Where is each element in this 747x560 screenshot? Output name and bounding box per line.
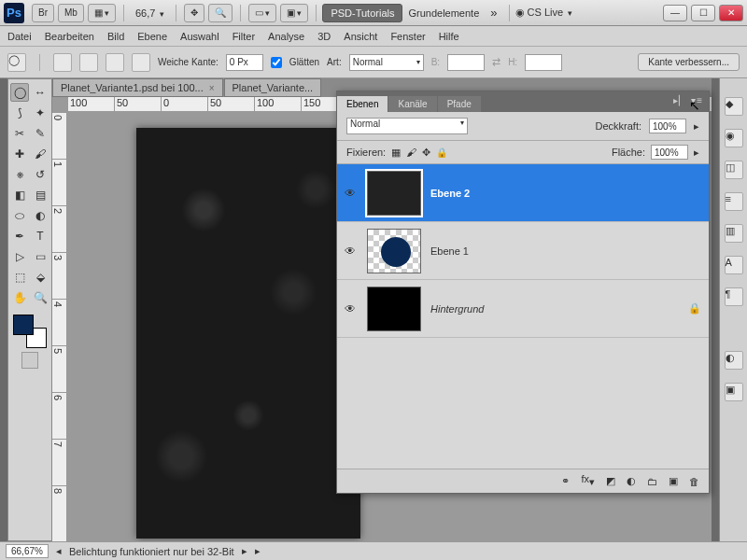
panel-menu-icon[interactable]: ▸▏ ▾≡ [673, 95, 703, 105]
eyedropper-tool[interactable]: ✎ [31, 124, 49, 143]
adjustment-layer-icon[interactable]: ◐ [627, 475, 636, 487]
eraser-tool[interactable]: ◧ [10, 186, 29, 204]
intersect-selection-icon[interactable] [132, 53, 150, 72]
minimize-button[interactable]: — [663, 5, 687, 21]
menu-hilfe[interactable]: Hilfe [439, 31, 459, 42]
foreground-color[interactable] [13, 315, 34, 335]
menu-bild[interactable]: Bild [107, 31, 124, 42]
workspace-psdtut[interactable]: PSD-Tutorials [322, 4, 402, 22]
new-layer-icon[interactable]: ▣ [669, 475, 678, 487]
3d-camera-tool[interactable]: ⬙ [31, 268, 49, 287]
view-extras-button[interactable]: ▦ ▾ [88, 4, 116, 22]
screen-mode-button[interactable]: ▣ ▾ [280, 4, 308, 22]
stamp-tool[interactable]: ⎈ [10, 165, 29, 184]
menu-ansicht[interactable]: Ansicht [344, 31, 377, 42]
path-tool[interactable]: ▷ [10, 247, 29, 266]
opacity-input[interactable] [649, 119, 686, 133]
layer-thumbnail[interactable] [367, 171, 421, 216]
tab-pfade[interactable]: Pfade [438, 96, 481, 112]
menu-ebene[interactable]: Ebene [137, 31, 167, 42]
subtract-selection-icon[interactable] [106, 53, 124, 72]
dodge-tool[interactable]: ◐ [31, 206, 49, 225]
menu-filter[interactable]: Filter [233, 31, 255, 42]
layer-group-icon[interactable]: 🗀 [647, 476, 657, 487]
lock-transparency-icon[interactable]: ▦ [391, 147, 401, 159]
link-layers-icon[interactable]: ⚭ [561, 475, 570, 487]
type-tool[interactable]: T [31, 227, 49, 245]
history-panel-icon[interactable]: ◐ [725, 351, 743, 370]
style-dropdown[interactable]: Normal [349, 54, 424, 71]
masks-panel-icon[interactable]: ▥ [725, 224, 743, 243]
lock-pixels-icon[interactable]: 🖌 [406, 147, 416, 158]
menu-bearbeiten[interactable]: Bearbeiten [45, 31, 94, 42]
adjustments-panel-icon[interactable]: ≡ [725, 192, 743, 211]
menu-fenster[interactable]: Fenster [390, 31, 425, 42]
visibility-icon[interactable]: 👁 [345, 302, 358, 315]
close-button[interactable]: ✕ [719, 5, 743, 21]
tab-kanaele[interactable]: Kanäle [388, 96, 436, 112]
gradient-tool[interactable]: ▤ [31, 186, 49, 204]
styles-panel-icon[interactable]: ◫ [725, 161, 743, 179]
wand-tool[interactable]: ✦ [31, 104, 49, 122]
move-tool[interactable]: ↔ [31, 83, 49, 102]
lock-position-icon[interactable]: ✥ [422, 147, 430, 159]
visibility-icon[interactable]: 👁 [345, 187, 358, 200]
zoom-value[interactable]: 66,7 ▾ [135, 7, 164, 19]
canvas[interactable] [136, 128, 360, 539]
refine-edge-button[interactable]: Kante verbessern... [638, 53, 740, 71]
tool-preset-icon[interactable]: ◯ [7, 53, 26, 72]
layers-panel[interactable]: Ebenen Kanäle Pfade ▸▏ ▾≡ Normal Deckkra… [336, 91, 710, 494]
hand-tool[interactable]: ✋ [10, 288, 29, 307]
paragraph-panel-icon[interactable]: ¶ [725, 287, 743, 306]
workspace-more-icon[interactable]: » [490, 6, 497, 20]
fill-flyout-icon[interactable]: ▸ [694, 147, 699, 159]
layer-row[interactable]: 👁 Ebene 2 [337, 164, 709, 222]
status-zoom[interactable]: 66,67% [6, 544, 49, 558]
3d-tool[interactable]: ⬚ [10, 268, 29, 287]
feather-input[interactable] [226, 54, 263, 71]
layer-name[interactable]: Ebene 2 [430, 188, 470, 199]
marquee-tool[interactable]: ◯ [10, 83, 29, 102]
menu-datei[interactable]: Datei [7, 31, 32, 42]
new-selection-icon[interactable] [53, 53, 72, 72]
opacity-flyout-icon[interactable]: ▸ [694, 120, 699, 133]
hand-tool-button[interactable]: ✥ [184, 4, 204, 22]
document-tab[interactable]: Planet_Variante... [224, 78, 322, 97]
quickmask-button[interactable] [21, 352, 38, 369]
document-tab[interactable]: Planet_Variante1.psd bei 100...× [52, 78, 223, 97]
layer-fx-icon[interactable]: fx▾ [581, 473, 595, 488]
bridge-button[interactable]: Br [32, 4, 54, 22]
menu-auswahl[interactable]: Auswahl [180, 31, 219, 42]
layer-row[interactable]: 👁 Hintergrund 🔒 [337, 280, 709, 338]
arrange-button[interactable]: ▭ ▾ [248, 4, 276, 22]
color-panel-icon[interactable]: ◆ [725, 97, 743, 116]
brush-tool[interactable]: 🖌 [31, 145, 49, 163]
tab-ebenen[interactable]: Ebenen [337, 96, 388, 112]
character-panel-icon[interactable]: A [725, 256, 743, 274]
swatches-panel-icon[interactable]: ◉ [725, 129, 743, 147]
layer-thumbnail[interactable] [367, 229, 421, 273]
shape-tool[interactable]: ▭ [31, 247, 49, 266]
workspace-grund[interactable]: Grundelemente [402, 5, 485, 21]
menu-analyse[interactable]: Analyse [268, 31, 304, 42]
layer-name[interactable]: Ebene 1 [430, 245, 469, 257]
lasso-tool[interactable]: ⟆ [10, 104, 29, 122]
close-tab-icon[interactable]: × [209, 83, 215, 93]
status-menu-icon[interactable]: ▸ [255, 545, 261, 557]
layers-panel-icon[interactable]: ▣ [725, 383, 743, 401]
minibridge-button[interactable]: Mb [58, 4, 84, 22]
color-swatches[interactable] [13, 315, 47, 348]
pen-tool[interactable]: ✒ [10, 227, 29, 245]
cslive-button[interactable]: ◉ CS Live ▾ [515, 7, 573, 19]
blur-tool[interactable]: ⬭ [10, 206, 29, 225]
heal-tool[interactable]: ✚ [10, 145, 29, 163]
history-brush-tool[interactable]: ↺ [31, 165, 49, 184]
zoom-tool[interactable]: 🔍 [31, 288, 49, 307]
status-next-icon[interactable]: ▸ [242, 545, 247, 557]
menu-3d[interactable]: 3D [317, 31, 331, 42]
layer-name[interactable]: Hintergrund [430, 303, 484, 315]
layer-row[interactable]: 👁 Ebene 1 [337, 222, 709, 280]
layer-thumbnail[interactable] [367, 287, 421, 331]
antialias-checkbox[interactable] [271, 57, 282, 68]
delete-layer-icon[interactable]: 🗑 [689, 476, 699, 487]
